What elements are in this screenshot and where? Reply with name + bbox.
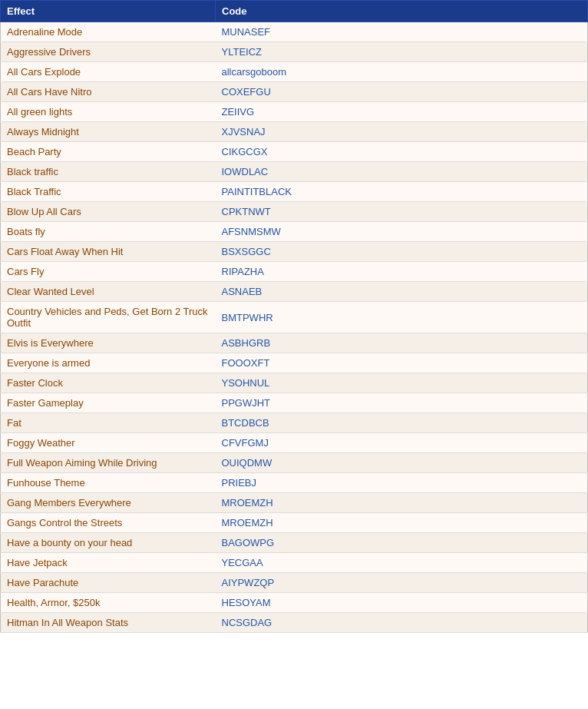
effect-cell: Funhouse Theme (1, 473, 216, 493)
code-cell: PRIEBJ (216, 473, 588, 493)
table-row: Have JetpackYECGAA (1, 553, 588, 573)
code-cell: YLTEICZ (216, 42, 588, 62)
effect-cell: Clear Wanted Level (1, 282, 216, 302)
effect-cell: Health, Armor, $250k (1, 593, 216, 613)
effect-cell: All Cars Have Nitro (1, 82, 216, 102)
effect-cell: Cars Fly (1, 262, 216, 282)
code-cell: RIPAZHA (216, 262, 588, 282)
table-row: Cars Float Away When HitBSXSGGC (1, 242, 588, 262)
effect-cell: Black traffic (1, 162, 216, 182)
table-row: Cars FlyRIPAZHA (1, 262, 588, 282)
table-row: Black TrafficPAINTITBLACK (1, 182, 588, 202)
code-cell: MROEMZH (216, 493, 588, 513)
code-cell: MROEMZH (216, 513, 588, 533)
cheat-codes-table: Effect Code Adrenaline ModeMUNASEFAggres… (0, 0, 588, 633)
table-row: Beach PartyCIKGCGX (1, 142, 588, 162)
effect-cell: Fat (1, 413, 216, 433)
code-cell: PPGWJHT (216, 393, 588, 413)
code-cell: HESOYAM (216, 593, 588, 613)
table-row: All Cars Explodeallcarsgoboom (1, 62, 588, 82)
table-row: Full Weapon Aiming While DrivingOUIQDMW (1, 453, 588, 473)
table-header-row: Effect Code (1, 1, 588, 22)
table-row: All green lightsZEIIVG (1, 102, 588, 122)
effect-cell: All Cars Explode (1, 62, 216, 82)
table-row: Gang Members EverywhereMROEMZH (1, 493, 588, 513)
code-cell: AIYPWZQP (216, 573, 588, 593)
effect-cell: Have a bounty on your head (1, 533, 216, 553)
effect-cell: Foggy Weather (1, 433, 216, 453)
effect-cell: Have Jetpack (1, 553, 216, 573)
code-cell: YECGAA (216, 553, 588, 573)
code-cell: MUNASEF (216, 22, 588, 42)
effect-cell: Full Weapon Aiming While Driving (1, 453, 216, 473)
code-cell: BSXSGGC (216, 242, 588, 262)
effect-cell: Gang Members Everywhere (1, 493, 216, 513)
table-row: Funhouse ThemePRIEBJ (1, 473, 588, 493)
effect-cell: All green lights (1, 102, 216, 122)
effect-cell: Faster Gameplay (1, 393, 216, 413)
effect-cell: Everyone is armed (1, 353, 216, 373)
code-cell: IOWDLAC (216, 162, 588, 182)
code-cell: FOOOXFT (216, 353, 588, 373)
table-row: Aggressive DriversYLTEICZ (1, 42, 588, 62)
code-cell: allcarsgoboom (216, 62, 588, 82)
table-row: Elvis is EverywhereASBHGRB (1, 333, 588, 353)
effect-cell: Faster Clock (1, 373, 216, 393)
effect-cell: Gangs Control the Streets (1, 513, 216, 533)
table-row: Faster GameplayPPGWJHT (1, 393, 588, 413)
table-row: Gangs Control the StreetsMROEMZH (1, 513, 588, 533)
table-row: Black trafficIOWDLAC (1, 162, 588, 182)
table-row: Boats flyAFSNMSMW (1, 222, 588, 242)
code-cell: ZEIIVG (216, 102, 588, 122)
table-row: Adrenaline ModeMUNASEF (1, 22, 588, 42)
effect-cell: Elvis is Everywhere (1, 333, 216, 353)
table-row: FatBTCDBCB (1, 413, 588, 433)
table-row: All Cars Have NitroCOXEFGU (1, 82, 588, 102)
code-cell: OUIQDMW (216, 453, 588, 473)
effect-cell: Hitman In All Weapon Stats (1, 613, 216, 633)
table-row: Foggy WeatherCFVFGMJ (1, 433, 588, 453)
effect-cell: Country Vehicles and Peds, Get Born 2 Tr… (1, 302, 216, 333)
effect-cell: Black Traffic (1, 182, 216, 202)
code-cell: COXEFGU (216, 82, 588, 102)
effect-cell: Always Midnight (1, 122, 216, 142)
effect-header: Effect (1, 1, 216, 22)
effect-cell: Have Parachute (1, 573, 216, 593)
table-row: Faster ClockYSOHNUL (1, 373, 588, 393)
table-row: Clear Wanted LevelASNAEB (1, 282, 588, 302)
effect-cell: Boats fly (1, 222, 216, 242)
table-row: Blow Up All CarsCPKTNWT (1, 202, 588, 222)
code-cell: BTCDBCB (216, 413, 588, 433)
code-cell: CPKTNWT (216, 202, 588, 222)
code-header: Code (216, 1, 588, 22)
code-cell: ASNAEB (216, 282, 588, 302)
table-row: Health, Armor, $250kHESOYAM (1, 593, 588, 613)
code-cell: YSOHNUL (216, 373, 588, 393)
code-cell: CIKGCGX (216, 142, 588, 162)
effect-cell: Aggressive Drivers (1, 42, 216, 62)
table-row: Always MidnightXJVSNAJ (1, 122, 588, 142)
effect-cell: Beach Party (1, 142, 216, 162)
table-row: Everyone is armedFOOOXFT (1, 353, 588, 373)
effect-cell: Adrenaline Mode (1, 22, 216, 42)
effect-cell: Blow Up All Cars (1, 202, 216, 222)
effect-cell: Cars Float Away When Hit (1, 242, 216, 262)
table-row: Have a bounty on your headBAGOWPG (1, 533, 588, 553)
code-cell: AFSNMSMW (216, 222, 588, 242)
table-row: Hitman In All Weapon StatsNCSGDAG (1, 613, 588, 633)
table-row: Country Vehicles and Peds, Get Born 2 Tr… (1, 302, 588, 333)
code-cell: BAGOWPG (216, 533, 588, 553)
code-cell: CFVFGMJ (216, 433, 588, 453)
table-row: Have ParachuteAIYPWZQP (1, 573, 588, 593)
code-cell: ASBHGRB (216, 333, 588, 353)
code-cell: BMTPWHR (216, 302, 588, 333)
code-cell: PAINTITBLACK (216, 182, 588, 202)
code-cell: NCSGDAG (216, 613, 588, 633)
code-cell: XJVSNAJ (216, 122, 588, 142)
